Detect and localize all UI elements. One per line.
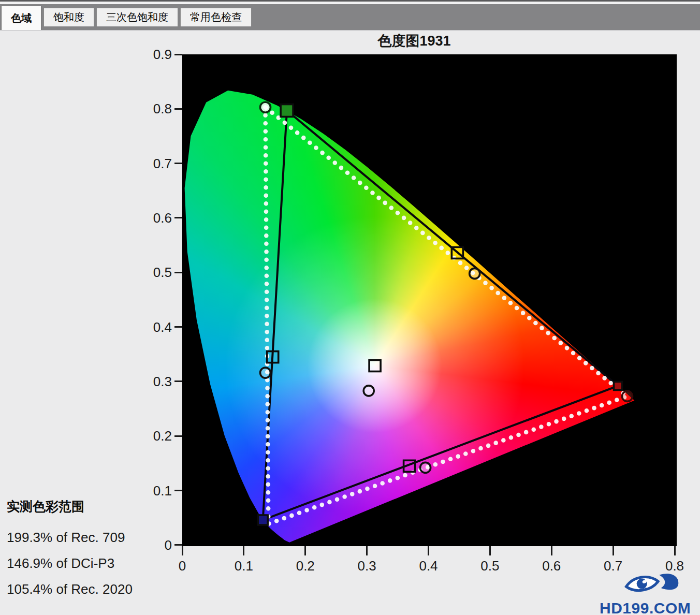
x-tick-label-0.4: 0.4 — [413, 558, 444, 574]
circle-marker-white — [363, 386, 374, 396]
x-tick-0.2 — [304, 546, 306, 555]
x-tick-0.5 — [489, 546, 491, 555]
watermark-text: HD199.COM — [600, 599, 700, 615]
y-tick-0.1 — [174, 490, 182, 491]
x-tick-0.7 — [612, 546, 614, 555]
y-tick-0.2 — [174, 435, 182, 437]
x-tick-0.6 — [551, 546, 552, 555]
x-tick-0.4 — [428, 546, 429, 555]
y-tick-label-0: 0 — [139, 537, 172, 553]
measured-range-summary: 实测色彩范围 199.3% of Rec. 709146.9% of DCi-P… — [7, 498, 133, 602]
summary-lines: 199.3% of Rec. 709146.9% of DCi-P3105.4%… — [7, 524, 133, 602]
hd199-logo-eye-icon — [622, 572, 683, 601]
tab-1[interactable]: 饱和度 — [43, 8, 94, 26]
circle-marker-red — [622, 391, 633, 401]
circle-marker-magenta — [420, 462, 431, 473]
y-tick-0.5 — [174, 272, 182, 273]
reference-gamut-triangle — [263, 111, 618, 520]
coverage-line-1: 146.9% of DCi-P3 — [7, 550, 133, 576]
tab-0[interactable]: 色域 — [1, 6, 41, 30]
x-tick-label-0: 0 — [167, 558, 198, 574]
x-tick-0.3 — [366, 546, 368, 555]
x-tick-0.1 — [243, 546, 244, 555]
x-tick-label-0.6: 0.6 — [536, 558, 567, 574]
measured-gamut-outline — [266, 107, 628, 524]
square-marker-blue — [258, 515, 268, 525]
square-marker-white — [369, 360, 381, 372]
square-marker-green — [281, 105, 293, 117]
y-tick-0.3 — [174, 380, 182, 382]
circle-marker-cyan — [260, 368, 271, 378]
y-tick-label-0.3: 0.3 — [139, 374, 172, 389]
y-tick-label-0.5: 0.5 — [139, 265, 172, 280]
tab-2[interactable]: 三次色饱和度 — [96, 8, 178, 26]
y-tick-0.6 — [174, 217, 182, 218]
hd199-logo: HD199.COM — [600, 572, 700, 615]
y-tick-label-0.1: 0.1 — [139, 483, 172, 499]
summary-heading: 实测色彩范围 — [7, 498, 133, 515]
y-tick-label-0.4: 0.4 — [139, 319, 172, 335]
gamut-overlay — [182, 54, 677, 546]
y-tick-label-0.8: 0.8 — [139, 101, 172, 116]
circle-marker-green — [260, 102, 271, 112]
x-tick-0 — [182, 546, 183, 555]
chart-title: 色度图1931 — [155, 31, 673, 52]
x-tick-label-0.1: 0.1 — [228, 558, 259, 574]
y-tick-0.7 — [174, 163, 182, 164]
x-tick-label-0.3: 0.3 — [352, 558, 383, 574]
tab-bar: 色域饱和度三次色饱和度常用色检查 — [1, 0, 252, 30]
x-tick-0.8 — [674, 546, 676, 555]
y-tick-label-0.6: 0.6 — [139, 210, 172, 226]
coverage-line-2: 105.4% of Rec. 2020 — [7, 576, 133, 602]
y-tick-label-0.7: 0.7 — [139, 156, 172, 171]
chromaticity-plot — [182, 54, 677, 546]
y-tick-0.8 — [174, 108, 182, 110]
y-tick-0.9 — [174, 54, 182, 55]
x-tick-label-0.2: 0.2 — [290, 558, 321, 574]
coverage-line-0: 199.3% of Rec. 709 — [7, 524, 133, 550]
tab-3[interactable]: 常用色检查 — [180, 8, 252, 26]
y-tick-label-0.2: 0.2 — [139, 428, 172, 444]
x-tick-label-0.5: 0.5 — [474, 558, 505, 574]
y-tick-0.4 — [174, 326, 182, 328]
circle-marker-yellow — [470, 268, 480, 279]
y-tick-label-0.9: 0.9 — [139, 47, 172, 62]
square-marker-red — [614, 382, 622, 390]
